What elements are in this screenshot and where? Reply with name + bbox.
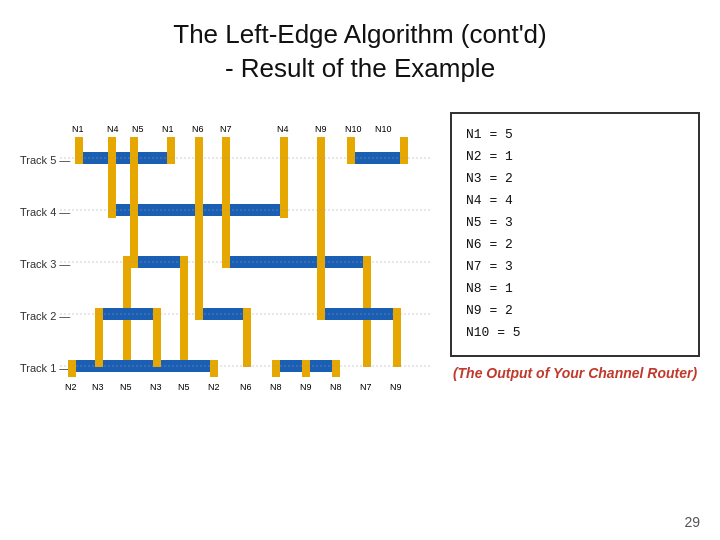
- svg-rect-46: [332, 360, 340, 377]
- svg-text:N6: N6: [192, 124, 204, 134]
- result-n6: N6 = 2: [466, 234, 684, 256]
- svg-text:N4: N4: [107, 124, 119, 134]
- svg-rect-52: [347, 137, 355, 164]
- svg-rect-36: [222, 137, 230, 268]
- svg-text:N1: N1: [72, 124, 84, 134]
- svg-text:N8: N8: [330, 382, 342, 392]
- svg-rect-50: [302, 360, 310, 377]
- result-n2: N2 = 1: [466, 146, 684, 168]
- svg-rect-42: [95, 308, 103, 367]
- svg-text:N9: N9: [315, 124, 327, 134]
- svg-rect-27: [280, 137, 288, 218]
- svg-rect-49: [393, 308, 401, 367]
- svg-text:N3: N3: [150, 382, 162, 392]
- svg-rect-48: [317, 137, 325, 320]
- svg-text:N6: N6: [240, 382, 252, 392]
- svg-text:N10: N10: [375, 124, 392, 134]
- svg-rect-43: [153, 308, 161, 367]
- slide-title: The Left-Edge Algorithm (cont'd) - Resul…: [0, 0, 720, 94]
- svg-text:N9: N9: [300, 382, 312, 392]
- result-n4: N4 = 4: [466, 190, 684, 212]
- svg-text:N2: N2: [65, 382, 77, 392]
- svg-text:N1: N1: [162, 124, 174, 134]
- svg-rect-33: [195, 137, 203, 320]
- svg-text:N3: N3: [92, 382, 104, 392]
- svg-text:N9: N9: [390, 382, 402, 392]
- svg-text:N4: N4: [277, 124, 289, 134]
- result-n7: N7 = 3: [466, 256, 684, 278]
- svg-rect-24: [167, 137, 175, 164]
- svg-rect-45: [272, 360, 280, 377]
- svg-rect-23: [75, 137, 83, 164]
- results-box: N1 = 5 N2 = 1 N3 = 2 N4 = 4 N5 = 3 N6 = …: [450, 112, 700, 357]
- result-n3: N3 = 2: [466, 168, 684, 190]
- result-n10: N10 = 5: [466, 322, 684, 344]
- svg-rect-34: [243, 308, 251, 367]
- svg-rect-39: [68, 360, 76, 377]
- svg-text:N10: N10: [345, 124, 362, 134]
- title-line2: - Result of the Example: [20, 52, 700, 86]
- svg-text:N5: N5: [178, 382, 190, 392]
- result-n1: N1 = 5: [466, 124, 684, 146]
- svg-text:N7: N7: [360, 382, 372, 392]
- title-line1: The Left-Edge Algorithm (cont'd): [20, 18, 700, 52]
- svg-rect-53: [400, 137, 408, 164]
- routing-diagram: Track 5 — Track 4 — Track 3 — Track 2 — …: [20, 102, 440, 412]
- svg-text:N8: N8: [270, 382, 282, 392]
- result-n9: N9 = 2: [466, 300, 684, 322]
- svg-text:N5: N5: [120, 382, 132, 392]
- svg-text:N5: N5: [132, 124, 144, 134]
- page-number: 29: [684, 514, 700, 530]
- svg-rect-40: [210, 360, 218, 377]
- output-label: (The Output of Your Channel Router): [450, 365, 700, 381]
- svg-rect-29: [130, 137, 138, 268]
- result-n5: N5 = 3: [466, 212, 684, 234]
- svg-rect-31: [180, 256, 188, 367]
- routing-svg: N1 N4 N5 N1 N6 N7 N4 N9 N10 N10 N2 N3 N5…: [60, 122, 430, 392]
- svg-text:N7: N7: [220, 124, 232, 134]
- svg-rect-26: [108, 137, 116, 218]
- result-n8: N8 = 1: [466, 278, 684, 300]
- svg-text:N2: N2: [208, 382, 220, 392]
